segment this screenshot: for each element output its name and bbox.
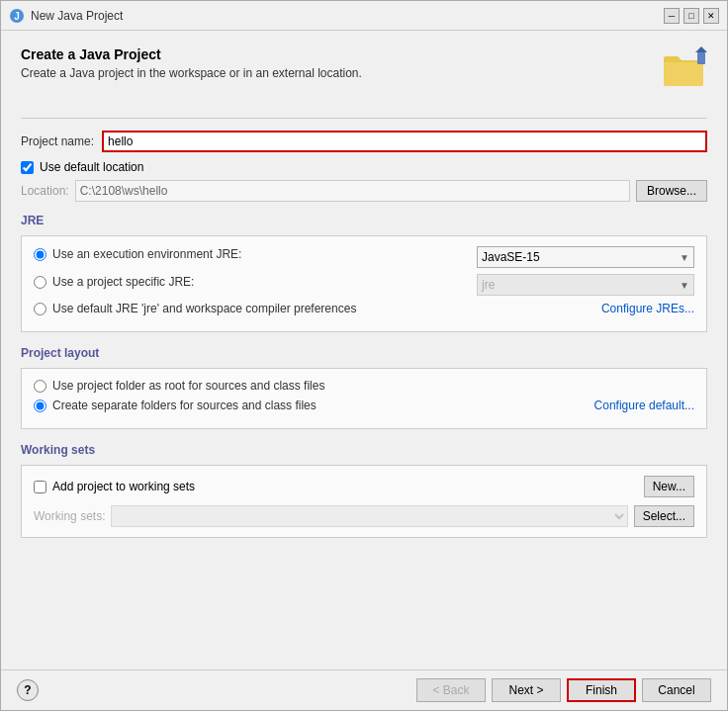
restore-button[interactable]: □ <box>683 8 699 24</box>
jre-specific-arrow: ▼ <box>680 280 689 291</box>
default-location-checkbox[interactable] <box>21 161 34 174</box>
layout-option-2-row: Create separate folders for sources and … <box>34 399 694 412</box>
jre-radio-2: Use a project specific JRE: <box>34 275 477 289</box>
minimize-button[interactable]: ─ <box>664 8 680 24</box>
jre-radio-specific[interactable] <box>34 276 46 289</box>
default-location-label: Use default location <box>40 160 143 174</box>
header-text: Create a Java Project Create a Java proj… <box>21 46 660 80</box>
project-layout-box: Use project folder as root for sources a… <box>21 368 707 429</box>
window-title: New Java Project <box>31 9 664 23</box>
jre-execution-label: Use an execution environment JRE: <box>52 247 477 261</box>
dialog-description: Create a Java project in the workspace o… <box>21 66 660 80</box>
back-button[interactable]: < Back <box>416 678 486 702</box>
header-separator <box>21 118 707 119</box>
layout-separate-folders-label: Create separate folders for sources and … <box>52 399 594 412</box>
window-icon: J <box>9 8 25 24</box>
layout-radio-separate-folders[interactable] <box>34 400 46 412</box>
header-section: Create a Java Project Create a Java proj… <box>21 46 707 94</box>
bottom-bar: ? < Back Next > Finish Cancel <box>1 669 727 710</box>
jre-radio-3-part: Use default JRE 'jre' and workspace comp… <box>34 302 601 315</box>
browse-button[interactable]: Browse... <box>636 180 707 202</box>
jre-specific-combo[interactable]: jre ▼ <box>477 274 694 296</box>
location-row: Location: Browse... <box>21 180 707 202</box>
jre-option-3-row: Use default JRE 'jre' and workspace comp… <box>34 302 694 315</box>
jre-option-1-row: Use an execution environment JRE: JavaSE… <box>34 246 694 268</box>
working-sets-box: Add project to working sets New... Worki… <box>21 465 707 538</box>
jre-radio-execution[interactable] <box>34 248 46 261</box>
working-sets-title: Working sets <box>21 443 707 457</box>
jre-environment-value: JavaSE-15 <box>482 250 680 264</box>
location-input[interactable] <box>75 180 630 202</box>
default-location-row: Use default location <box>21 160 707 174</box>
jre-section-title: JRE <box>21 214 707 227</box>
svg-text:J: J <box>14 11 20 22</box>
working-sets-selector-row: Working sets: Select... <box>34 505 694 527</box>
layout-radio-project-folder[interactable] <box>34 380 46 393</box>
layout-radio-2-part: Create separate folders for sources and … <box>34 399 594 412</box>
jre-radio-default[interactable] <box>34 303 46 315</box>
jre-specific-value: jre <box>482 278 680 292</box>
add-working-sets-label: Add project to working sets <box>52 480 638 493</box>
layout-project-folder-label: Use project folder as root for sources a… <box>52 379 694 393</box>
main-window: J New Java Project ─ □ ✕ Create a Java P… <box>0 0 728 711</box>
jre-radio-1: Use an execution environment JRE: <box>34 247 477 261</box>
jre-environment-arrow: ▼ <box>680 252 689 263</box>
configure-jres-link[interactable]: Configure JREs... <box>601 302 694 315</box>
working-sets-combo[interactable] <box>111 505 627 527</box>
configure-default-link[interactable]: Configure default... <box>594 399 694 412</box>
close-button[interactable]: ✕ <box>703 8 719 24</box>
help-button[interactable]: ? <box>17 679 39 701</box>
new-working-set-button[interactable]: New... <box>644 476 694 497</box>
svg-rect-2 <box>697 52 705 64</box>
jre-default-label: Use default JRE 'jre' and workspace comp… <box>52 302 601 315</box>
project-layout-section: Project layout Use project folder as roo… <box>21 346 707 443</box>
working-sets-section: Working sets Add project to working sets… <box>21 443 707 552</box>
add-working-sets-checkbox[interactable] <box>34 481 46 493</box>
layout-option-1-row: Use project folder as root for sources a… <box>34 379 694 393</box>
jre-section: JRE Use an execution environment JRE: Ja… <box>21 214 707 346</box>
project-layout-title: Project layout <box>21 346 707 360</box>
title-bar: J New Java Project ─ □ ✕ <box>1 1 727 31</box>
project-name-row: Project name: <box>21 131 707 152</box>
next-button[interactable]: Next > <box>492 678 561 702</box>
dialog-title: Create a Java Project <box>21 46 660 62</box>
working-sets-label: Working sets: <box>34 509 105 523</box>
window-controls: ─ □ ✕ <box>664 8 719 24</box>
location-label: Location: <box>21 184 69 198</box>
add-to-working-sets-row: Add project to working sets New... <box>34 476 694 497</box>
finish-button[interactable]: Finish <box>567 678 636 702</box>
header-icon <box>660 46 707 94</box>
jre-section-box: Use an execution environment JRE: JavaSE… <box>21 235 707 332</box>
project-name-label: Project name: <box>21 134 94 148</box>
select-working-set-button[interactable]: Select... <box>634 505 694 527</box>
jre-environment-combo[interactable]: JavaSE-15 ▼ <box>477 246 694 268</box>
project-name-input[interactable] <box>102 131 707 152</box>
cancel-button[interactable]: Cancel <box>642 678 711 702</box>
jre-specific-label: Use a project specific JRE: <box>52 275 477 289</box>
jre-option-2-row: Use a project specific JRE: jre ▼ <box>34 274 694 296</box>
dialog-content: Create a Java Project Create a Java proj… <box>1 31 727 669</box>
